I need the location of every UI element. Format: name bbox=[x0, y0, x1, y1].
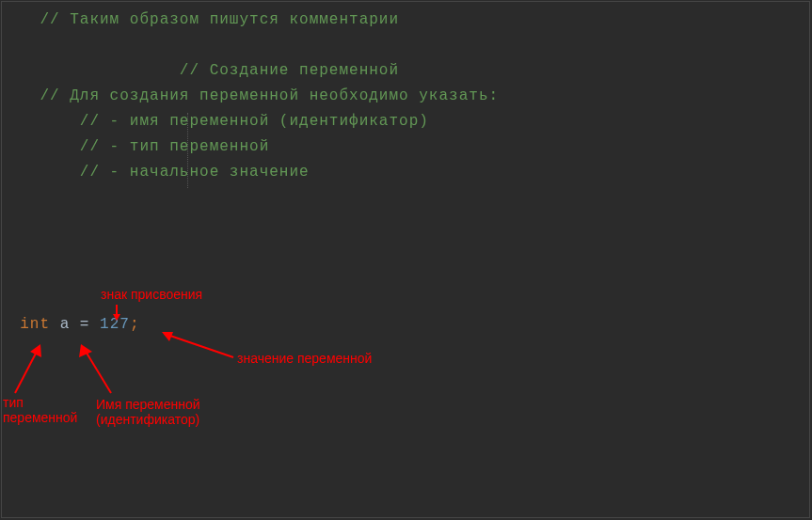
code-line: // Для создания переменной необходимо ук… bbox=[0, 84, 812, 109]
comment-text: // Для создания переменной необходимо ук… bbox=[40, 87, 499, 104]
code-line bbox=[0, 33, 812, 58]
number-literal: 127 bbox=[100, 316, 130, 333]
semicolon: ; bbox=[130, 316, 140, 333]
code-line: // - имя переменной (идентификатор) bbox=[0, 109, 812, 134]
variable-identifier: a bbox=[60, 316, 71, 333]
assign-operator: = bbox=[80, 316, 90, 333]
annotation-type-label: тип переменной bbox=[3, 395, 77, 425]
comment-text: // - начальное значение bbox=[80, 164, 310, 181]
comment-text: // - тип переменной bbox=[80, 138, 269, 155]
svg-marker-7 bbox=[79, 344, 92, 357]
annotation-value-label: значение переменной bbox=[237, 351, 372, 366]
annotation-text: (идентификатор) bbox=[96, 412, 199, 427]
comment-text: // Создание переменной bbox=[180, 62, 399, 79]
code-line: // - тип переменной bbox=[0, 134, 812, 160]
comment-text: // - имя переменной (идентификатор) bbox=[80, 113, 429, 130]
annotation-assign-label: знак присвоения bbox=[101, 287, 202, 302]
annotation-text: значение переменной bbox=[237, 351, 372, 366]
annotation-text: тип bbox=[3, 395, 24, 410]
code-line: // - начальное значение bbox=[0, 160, 812, 185]
annotation-text: переменной bbox=[3, 410, 77, 425]
type-keyword: int bbox=[20, 316, 50, 333]
svg-marker-5 bbox=[30, 344, 41, 357]
svg-line-6 bbox=[85, 350, 111, 393]
svg-line-4 bbox=[15, 350, 38, 393]
code-line bbox=[0, 236, 812, 261]
comment-text: // Таким образом пишутся комментарии bbox=[40, 11, 399, 28]
declaration-line: int a = 127; bbox=[0, 312, 812, 338]
annotation-text: Имя переменной bbox=[96, 397, 200, 412]
code-line bbox=[0, 185, 812, 211]
indent-guide bbox=[187, 113, 188, 188]
annotation-text: знак присвоения bbox=[101, 287, 202, 302]
arrow-type bbox=[9, 340, 56, 397]
code-editor: // Таким образом пишутся комментарии // … bbox=[0, 0, 812, 520]
arrow-name bbox=[73, 340, 120, 397]
code-line: // Создание переменной bbox=[0, 58, 812, 84]
code-line bbox=[0, 261, 812, 287]
code-line bbox=[0, 211, 812, 236]
annotation-name-label: Имя переменной (идентификатор) bbox=[96, 397, 200, 427]
svg-line-2 bbox=[167, 335, 233, 357]
code-line: // Таким образом пишутся комментарии bbox=[0, 8, 812, 33]
